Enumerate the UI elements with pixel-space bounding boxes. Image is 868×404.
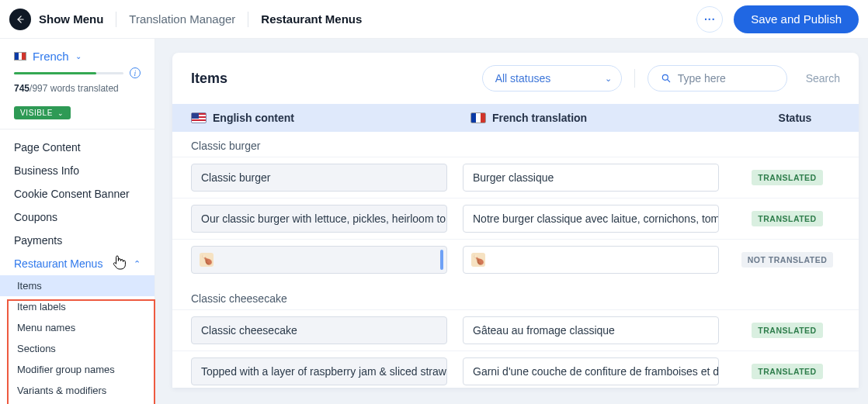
chevron-up-icon: ⌃ xyxy=(134,259,141,269)
french-flag-icon xyxy=(14,52,26,60)
chevron-down-icon: ⌄ xyxy=(75,52,82,60)
subnav-modifier-groups[interactable]: Modifier group names xyxy=(0,359,155,380)
breadcrumb-separator xyxy=(116,12,116,27)
visibility-toggle[interactable]: VISIBLE⌄ xyxy=(14,106,71,119)
show-menu-link[interactable]: Show Menu xyxy=(39,12,103,26)
status-badge: TRANSLATED xyxy=(752,323,822,338)
chevron-down-icon: ⌄ xyxy=(57,109,64,117)
status-badge: TRANSLATED xyxy=(752,211,822,226)
translation-progress-bar xyxy=(14,72,123,74)
col-status-label: Status xyxy=(750,112,840,124)
us-flag-icon xyxy=(191,112,207,123)
table-header: English content French translation Statu… xyxy=(172,104,859,132)
translation-input[interactable]: Notre burger classique avec laitue, corn… xyxy=(463,205,719,233)
status-badge: TRANSLATED xyxy=(752,170,822,185)
source-text[interactable]: Our classic burger with lettuce, pickles… xyxy=(191,205,447,233)
nav-page-content[interactable]: Page Content xyxy=(0,136,155,159)
ellipsis-icon: ··· xyxy=(704,13,716,26)
food-emoji-icon: 🍗 xyxy=(200,253,214,267)
svg-point-0 xyxy=(662,74,668,80)
items-panel: Items All statuses ⌄ Search English cont… xyxy=(172,53,859,388)
table-row: Our classic burger with lettuce, pickles… xyxy=(172,198,859,239)
table-row: Classic cheesecake Gâteau au fromage cla… xyxy=(172,309,859,350)
arrow-out-icon xyxy=(15,14,26,25)
status-badge: TRANSLATED xyxy=(752,364,822,379)
status-filter-select[interactable]: All statuses ⌄ xyxy=(482,65,622,92)
search-button[interactable]: Search xyxy=(806,72,840,85)
table-row: Topped with a layer of raspberry jam & s… xyxy=(172,350,859,388)
group-heading: Classic burger xyxy=(172,132,859,157)
subnav-item-labels[interactable]: Item labels xyxy=(0,296,155,317)
source-text[interactable]: Classic burger xyxy=(191,164,447,192)
source-text[interactable]: Topped with a layer of raspberry jam & s… xyxy=(191,357,447,385)
translation-input[interactable]: Gâteau au fromage classique xyxy=(463,316,719,344)
language-label: French xyxy=(33,50,69,63)
cursor-hand-icon xyxy=(112,254,127,275)
nav-cookie-consent[interactable]: Cookie Consent Banner xyxy=(0,182,155,205)
language-selector[interactable]: French ⌄ xyxy=(14,50,141,63)
source-image-cell[interactable]: 🍗 xyxy=(191,246,447,274)
panel-title: Items xyxy=(191,71,470,87)
selection-indicator xyxy=(440,250,443,270)
table-row: 🍗 🍗 NOT TRANSLATED xyxy=(172,239,859,280)
breadcrumb-translation-manager[interactable]: Translation Manager xyxy=(129,12,235,26)
search-field[interactable] xyxy=(648,65,787,92)
top-bar: Show Menu Translation Manager Restaurant… xyxy=(0,0,868,39)
save-and-publish-button[interactable]: Save and Publish xyxy=(734,5,859,33)
status-badge: NOT TRANSLATED xyxy=(741,252,833,268)
group-heading: Classic cheesecake xyxy=(172,285,859,309)
subnav-menu-names[interactable]: Menu names xyxy=(0,317,155,338)
source-text[interactable]: Classic cheesecake xyxy=(191,316,447,344)
table-body[interactable]: Classic burger Classic burger Burger cla… xyxy=(172,132,859,388)
french-flag-icon xyxy=(470,112,486,123)
divider xyxy=(0,129,155,129)
col-english-label: English content xyxy=(213,112,294,124)
words-translated-count: 745/997 words translated xyxy=(14,83,141,94)
translation-input[interactable]: Burger classique xyxy=(463,164,719,192)
divider xyxy=(634,69,635,88)
col-french-label: French translation xyxy=(492,112,587,124)
breadcrumb-separator xyxy=(248,12,248,27)
back-button[interactable] xyxy=(9,9,31,30)
nav-business-info[interactable]: Business Info xyxy=(0,159,155,182)
sidebar-nav: Page Content Business Info Cookie Consen… xyxy=(0,133,155,404)
subnav-variants[interactable]: Variants & modifiers xyxy=(0,380,155,401)
chevron-down-icon: ⌄ xyxy=(605,74,612,84)
nav-payments[interactable]: Payments xyxy=(0,229,155,252)
breadcrumb-restaurant-menus: Restaurant Menus xyxy=(261,12,362,26)
nav-coupons[interactable]: Coupons xyxy=(0,205,155,229)
table-row: Classic burger Burger classique TRANSLAT… xyxy=(172,157,859,198)
info-icon[interactable]: i xyxy=(130,67,141,78)
sidebar: French ⌄ i 745/997 words translated VISI… xyxy=(0,39,155,404)
subnav-items[interactable]: Items xyxy=(0,275,155,296)
translation-input[interactable]: Garni d'une couche de confiture de framb… xyxy=(463,357,719,385)
subnav-sections[interactable]: Sections xyxy=(0,338,155,359)
main-area: Items All statuses ⌄ Search English cont… xyxy=(155,39,868,404)
more-actions-button[interactable]: ··· xyxy=(696,6,723,33)
nav-restaurant-submenu: Items Item labels Menu names Sections Mo… xyxy=(0,275,155,401)
search-input[interactable] xyxy=(678,72,763,85)
food-emoji-icon: 🍗 xyxy=(471,253,485,267)
search-icon xyxy=(661,73,672,84)
translation-image-cell[interactable]: 🍗 xyxy=(463,246,719,274)
nav-restaurant-menus[interactable]: Restaurant Menus ⌃ xyxy=(0,252,155,275)
